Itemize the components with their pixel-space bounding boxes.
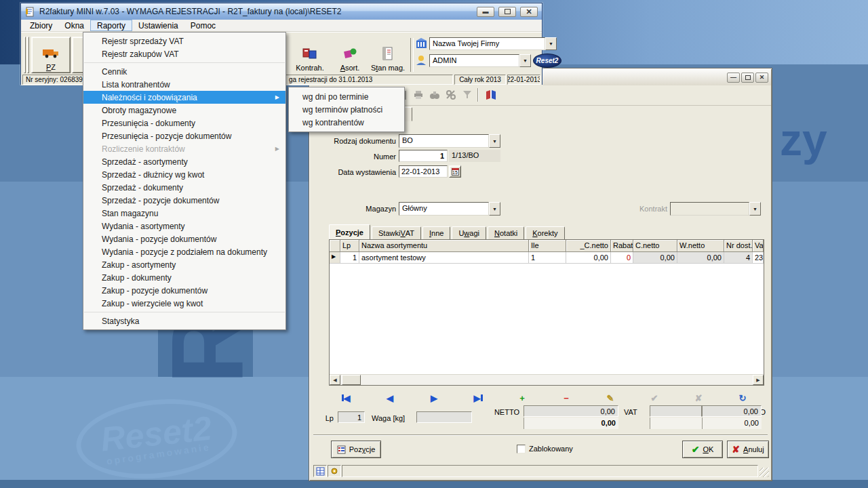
column-header-marker[interactable] bbox=[330, 240, 340, 252]
tab-uwagi[interactable]: Uwagi bbox=[452, 226, 486, 239]
column-header-nazwa-asortymentu[interactable]: Nazwa asortymentu bbox=[359, 240, 529, 252]
anuluj-button[interactable]: ✘ Anuluj bbox=[727, 441, 769, 458]
column-header-c-netto[interactable]: _C.netto bbox=[566, 240, 611, 252]
data-wystawienia-input[interactable]: 22-01-2013 bbox=[399, 165, 448, 178]
doc-minimize-button[interactable]: ― bbox=[727, 73, 740, 83]
menu-item-zakup-pozycje-dokumentów[interactable]: Zakup - pozycje dokumentów bbox=[83, 284, 285, 297]
tab-inne[interactable]: Inne bbox=[422, 226, 450, 239]
submenu-item-wg-dni-po-terminie[interactable]: wg dni po terminie bbox=[289, 90, 404, 103]
menu-item-rozliczenie-kontraktów[interactable]: Rozliczenie kontraktów▶ bbox=[83, 142, 285, 155]
nav-cancel-button[interactable]: ✘ bbox=[692, 392, 705, 404]
menubar-item-okna[interactable]: Okna bbox=[58, 20, 90, 31]
toolbar-grip[interactable] bbox=[24, 37, 26, 73]
cell-nazwa-asortymentu[interactable]: asortyment testowy bbox=[359, 252, 529, 264]
nav-delete-button[interactable]: − bbox=[559, 392, 573, 404]
cell-rabat[interactable]: 0 bbox=[611, 252, 633, 264]
menubar-item-ustawienia[interactable]: Ustawienia bbox=[132, 20, 184, 31]
menu-item-rejestr-sprzedaży-vat[interactable]: Rejestr sprzedaży VAT bbox=[83, 35, 285, 47]
menu-item-sprzedaż-dłużnicy-wg-kwot[interactable]: Sprzedaż - dłużnicy wg kwot bbox=[83, 168, 285, 181]
kontrahenci-toolbar-button[interactable]: Kontrah. bbox=[290, 37, 330, 73]
chevron-down-icon[interactable]: ▼ bbox=[489, 134, 500, 148]
menu-item-zakup-asortymenty[interactable]: Zakup - asortymenty bbox=[83, 258, 285, 271]
cell-w-netto[interactable]: 0,00 bbox=[677, 252, 724, 264]
chevron-down-icon[interactable]: ▼ bbox=[545, 37, 557, 50]
menubar-item-pomoc[interactable]: Pomoc bbox=[184, 20, 222, 31]
menu-item-zakup-dokumenty[interactable]: Zakup - dokumenty bbox=[83, 271, 285, 284]
pz-toolbar-button[interactable]: PZ bbox=[31, 37, 71, 73]
toolbar-grip[interactable] bbox=[27, 37, 29, 73]
menu-item-stan-magazynu[interactable]: Stan magazynu bbox=[83, 207, 285, 220]
ok-button[interactable]: ✔ OK bbox=[682, 441, 723, 458]
pozycje-button[interactable]: Pozycje bbox=[331, 441, 381, 458]
calendar-button[interactable]: 15 bbox=[449, 165, 461, 178]
menu-item-sprzedaż-dokumenty[interactable]: Sprzedaż - dokumenty bbox=[83, 181, 285, 194]
cell-nr-dost[interactable]: 4 bbox=[724, 252, 753, 264]
stan-magazynu-toolbar-button[interactable]: Stan mag. bbox=[368, 37, 408, 73]
user-combo[interactable]: ADMIN ▼ bbox=[429, 54, 531, 67]
help-book-icon[interactable] bbox=[485, 89, 497, 101]
column-header-w-netto[interactable]: W.netto bbox=[677, 240, 724, 252]
menu-item-zakup-wierzyciele-wg-kwot[interactable]: Zakup - wierzyciele wg kwot bbox=[83, 297, 285, 310]
grid-horizontal-scrollbar[interactable]: ◀ ▶ bbox=[330, 374, 764, 385]
menu-item-statystyka[interactable]: Statystyka bbox=[83, 314, 285, 327]
table-row[interactable]: ▶1asortyment testowy10,0000,000,00423 bbox=[330, 252, 764, 264]
column-header-ile[interactable]: Ile bbox=[529, 240, 566, 252]
menubar-item-raporty[interactable]: Raporty bbox=[90, 20, 132, 31]
cell-va[interactable]: 23 bbox=[753, 252, 764, 264]
nav-last-button[interactable]: ▶ bbox=[471, 392, 485, 404]
column-header-nr-dost[interactable]: Nr dost. bbox=[724, 240, 753, 252]
cell-c-netto[interactable]: 0,00 bbox=[566, 252, 611, 264]
menu-item-wydania-asortymenty[interactable]: Wydania - asortymenty bbox=[83, 220, 285, 232]
menu-item-przesunięcia-pozycje-dokumentów[interactable]: Przesunięcia - pozycje dokumentów bbox=[83, 129, 285, 142]
menu-item-lista-kontrahentów[interactable]: Lista kontrahentów bbox=[83, 78, 285, 91]
numer-input[interactable]: 1 bbox=[399, 150, 448, 162]
cell-ile[interactable]: 1 bbox=[529, 252, 566, 264]
close-button[interactable]: ✕ bbox=[520, 7, 538, 17]
doc-close-button[interactable]: ✕ bbox=[755, 73, 768, 83]
column-header-va[interactable]: Va bbox=[753, 240, 764, 252]
settings-gear-icon[interactable] bbox=[328, 465, 341, 477]
nav-post-button[interactable]: ✔ bbox=[648, 392, 661, 404]
submenu-item-wg-terminów-płatności[interactable]: wg terminów płatności bbox=[289, 103, 404, 116]
chevron-down-icon[interactable]: ▼ bbox=[489, 202, 500, 216]
nav-prior-button[interactable]: ◀ bbox=[383, 392, 397, 404]
menu-item-wydania-pozycje-dokumentów[interactable]: Wydania - pozycje dokumentów bbox=[83, 232, 285, 245]
column-header-rabat[interactable]: Rabat bbox=[611, 240, 633, 252]
column-header-c-netto[interactable]: C.netto bbox=[633, 240, 677, 252]
company-combo[interactable]: Nazwa Twojej Firmy ▼ bbox=[429, 37, 557, 50]
menu-item-sprzedaż-asortymenty[interactable]: Sprzedaż - asortymenty bbox=[83, 155, 285, 168]
nav-refresh-button[interactable]: ↻ bbox=[736, 392, 749, 404]
minimize-button[interactable]: ▬ bbox=[477, 7, 494, 17]
filter-icon[interactable] bbox=[461, 89, 473, 101]
menu-item-rejestr-zakupów-vat[interactable]: Rejestr zakupów VAT bbox=[83, 47, 285, 60]
column-header-lp[interactable]: Lp bbox=[340, 240, 359, 252]
reset2-logo-button[interactable]: Reset2 bbox=[533, 54, 561, 68]
menu-item-obroty-magazynowe[interactable]: Obroty magazynowe bbox=[83, 104, 285, 117]
rates-icon[interactable] bbox=[445, 89, 457, 101]
nav-edit-button[interactable]: ✎ bbox=[604, 392, 617, 404]
rodzaj-dokumentu-combo[interactable]: BO ▼ bbox=[399, 134, 500, 148]
scrollbar-thumb[interactable] bbox=[342, 375, 361, 385]
resize-grip[interactable] bbox=[760, 468, 769, 477]
scroll-left-icon[interactable]: ◀ bbox=[330, 375, 340, 385]
chevron-down-icon[interactable]: ▼ bbox=[519, 54, 531, 67]
menu-item-wydania-pozycje-z-podziałem-na-dokumenty[interactable]: Wydania - pozycje z podziałem na dokumen… bbox=[83, 245, 285, 258]
print-icon[interactable] bbox=[412, 89, 425, 101]
magazyn-combo[interactable]: Główny ▼ bbox=[399, 202, 500, 216]
nav-insert-button[interactable]: + bbox=[515, 392, 529, 404]
menu-item-cennik[interactable]: Cennik bbox=[83, 65, 285, 78]
tab-korekty[interactable]: Korekty bbox=[526, 226, 564, 239]
menu-item-należności-i-zobowiązania[interactable]: Należności i zobowiązania▶ bbox=[83, 91, 285, 104]
tab-stawki-vat[interactable]: Stawki VAT bbox=[372, 226, 421, 239]
menubar-item-zbiory[interactable]: Zbiory bbox=[24, 20, 58, 31]
menu-item-sprzedaż-pozycje-dokumentów[interactable]: Sprzedaż - pozycje dokumentów bbox=[83, 194, 285, 207]
nav-next-button[interactable]: ▶ bbox=[427, 392, 441, 404]
zablokowany-checkbox[interactable] bbox=[517, 445, 526, 453]
cell-c-netto[interactable]: 0,00 bbox=[633, 252, 677, 264]
scroll-right-icon[interactable]: ▶ bbox=[753, 375, 764, 385]
maximize-button[interactable] bbox=[498, 7, 516, 17]
asortymenty-toolbar-button[interactable]: Asort. bbox=[332, 37, 368, 73]
submenu-item-wg-kontrahentów[interactable]: wg kontrahentów bbox=[289, 116, 404, 129]
menu-item-przesunięcia-dokumenty[interactable]: Przesunięcia - dokumenty bbox=[83, 117, 285, 129]
doc-maximize-button[interactable] bbox=[741, 73, 754, 83]
